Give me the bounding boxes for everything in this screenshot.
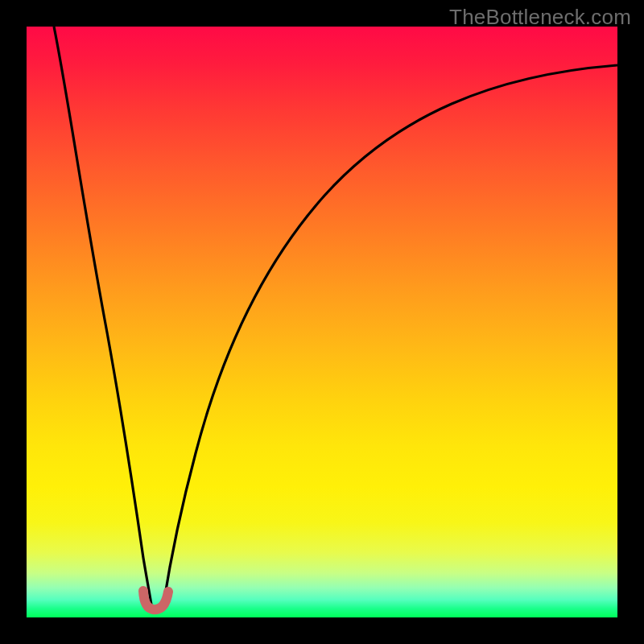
minimum-marker	[143, 591, 168, 609]
curve-right	[163, 65, 617, 605]
curve-left	[54, 27, 151, 605]
watermark-text: TheBottleneck.com	[449, 5, 631, 30]
plot-area	[27, 27, 617, 617]
curve-layer	[27, 27, 617, 617]
